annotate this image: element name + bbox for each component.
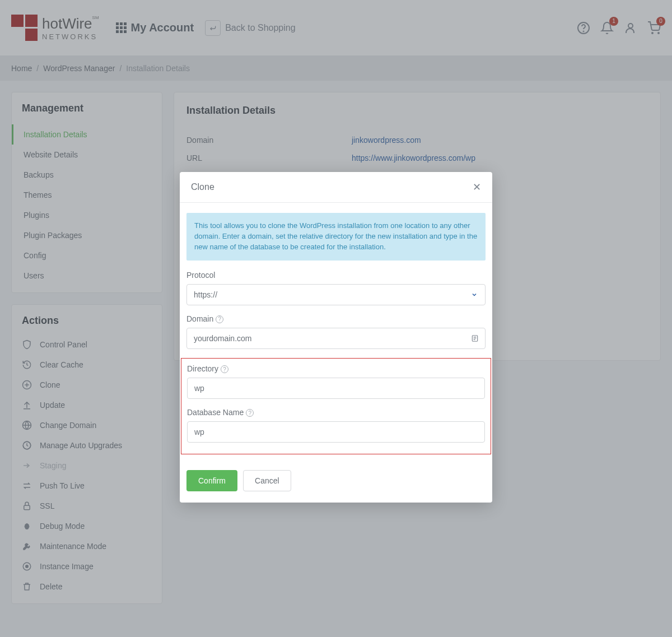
- confirm-button[interactable]: Confirm: [186, 470, 237, 491]
- info-box: This tool allows you to clone the WordPr…: [186, 213, 486, 261]
- database-label: Database Name?: [187, 408, 485, 417]
- list-icon[interactable]: [471, 334, 479, 343]
- modal-title: Clone: [191, 182, 214, 192]
- clone-modal: Clone ✕ This tool allows you to clone th…: [180, 172, 492, 503]
- help-icon[interactable]: ?: [216, 315, 223, 323]
- highlight-box: Directory? Database Name?: [181, 358, 491, 455]
- protocol-select[interactable]: https://: [186, 284, 486, 305]
- cancel-button[interactable]: Cancel: [243, 470, 291, 491]
- help-icon[interactable]: ?: [221, 365, 228, 373]
- domain-input[interactable]: [186, 328, 486, 349]
- directory-label: Directory?: [187, 364, 485, 373]
- close-icon[interactable]: ✕: [473, 181, 481, 193]
- database-input[interactable]: [187, 421, 485, 443]
- protocol-label: Protocol: [186, 271, 486, 280]
- domain-label: Domain?: [186, 314, 486, 323]
- help-icon[interactable]: ?: [246, 409, 254, 417]
- directory-input[interactable]: [187, 378, 485, 399]
